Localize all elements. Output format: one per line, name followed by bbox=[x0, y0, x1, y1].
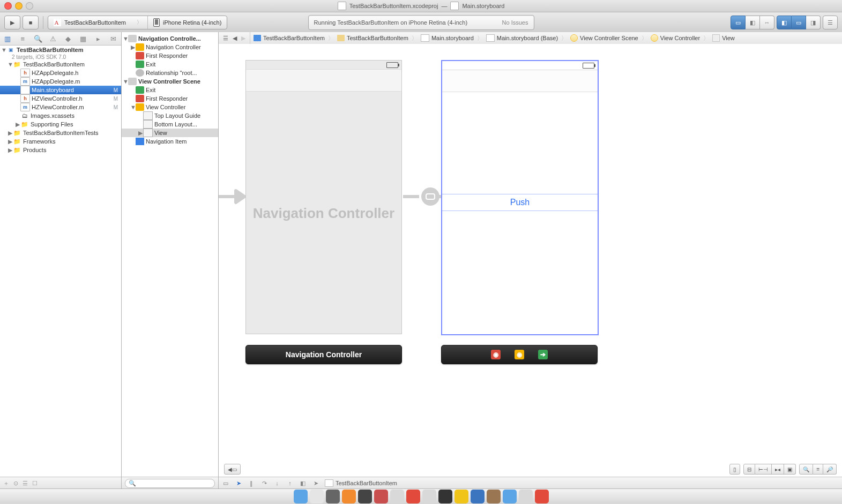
zoom-window-icon[interactable] bbox=[26, 2, 33, 10]
jump-bar-related: ☰ ◀ ▶ bbox=[219, 32, 250, 33]
scheme-target-label: TestBackBarButtonItem bbox=[64, 19, 126, 26]
chevron-right-icon: 〉 bbox=[131, 16, 147, 29]
main-toolbar: ▶ ■ TestBackBarButtonItem 〉 iPhone Retin… bbox=[0, 12, 842, 33]
close-window-icon[interactable] bbox=[4, 2, 12, 10]
assistant-editor-button[interactable]: ◧ bbox=[746, 16, 760, 29]
toolbar-right: ▭ ◧ ↔ ◧ ▭ ◨ ☰ bbox=[731, 16, 838, 29]
simulator-icon bbox=[153, 18, 160, 27]
toolbar-separator bbox=[43, 16, 43, 29]
project-file-icon bbox=[338, 2, 346, 10]
scheme-selector[interactable]: TestBackBarButtonItem 〉 iPhone Retina (4… bbox=[48, 16, 227, 29]
activity-issues-label: No Issues bbox=[502, 19, 528, 26]
version-editor-button[interactable]: ↔ bbox=[760, 16, 774, 29]
activity-status-label: Running TestBackBarButtonItem on iPhone … bbox=[314, 19, 468, 26]
jump-bar-segment[interactable]: TestBackBarButtonItem bbox=[250, 32, 328, 33]
stop-button[interactable]: ■ bbox=[23, 16, 39, 29]
minimize-window-icon[interactable] bbox=[15, 2, 23, 10]
document-outline-panel: ▼Navigation Controlle...▶Navigation Cont… bbox=[122, 32, 219, 33]
jump-bar-segment[interactable]: Main.storyboard (Base) bbox=[483, 32, 561, 33]
navigator-panel: ▥ ≡ 🔍 ⚠ ◆ ▦ ▸ ✉ ▼ ▣ TestBackBarButtonIte… bbox=[0, 32, 122, 33]
scheme-destination[interactable]: iPhone Retina (4-inch) bbox=[147, 16, 227, 29]
editor-mode-segment: ▭ ◧ ↔ bbox=[731, 16, 774, 29]
organizer-button[interactable]: ☰ bbox=[823, 16, 838, 29]
window-title-project: TestBackBarButtonItem.xcodeproj bbox=[349, 3, 438, 9]
traffic-lights bbox=[4, 2, 33, 10]
toggle-debug-button[interactable]: ▭ bbox=[792, 16, 806, 29]
document-outline-tree[interactable]: ▼Navigation Controlle...▶Navigation Cont… bbox=[122, 32, 218, 33]
activity-viewer[interactable]: Running TestBackBarButtonItem on iPhone … bbox=[308, 15, 534, 30]
window-title-divider: — bbox=[441, 3, 447, 9]
jump-bar-segment[interactable]: Main.storyboard bbox=[418, 32, 477, 33]
toggle-navigator-button[interactable]: ◧ bbox=[777, 16, 792, 29]
jump-bar-segment[interactable]: View bbox=[709, 32, 738, 33]
view-panels-segment: ◧ ▭ ◨ bbox=[777, 16, 821, 29]
window-title: TestBackBarButtonItem.xcodeproj — Main.s… bbox=[0, 2, 842, 10]
app-icon bbox=[54, 19, 61, 26]
toggle-utilities-button[interactable]: ◨ bbox=[806, 16, 821, 29]
workspace: ▥ ≡ 🔍 ⚠ ◆ ▦ ▸ ✉ ▼ ▣ TestBackBarButtonIte… bbox=[0, 32, 842, 33]
run-button[interactable]: ▶ bbox=[4, 16, 20, 29]
jump-bar-segment[interactable]: View Controller Scene bbox=[567, 32, 642, 33]
jump-bar-segment[interactable]: View Controller bbox=[647, 32, 703, 33]
jump-bar: ☰ ◀ ▶ TestBackBarButtonItem〉TestBackBarB… bbox=[219, 32, 842, 33]
storyboard-file-icon bbox=[450, 2, 459, 10]
editor-area: ☰ ◀ ▶ TestBackBarButtonItem〉TestBackBarB… bbox=[219, 32, 842, 33]
window-title-file: Main.storyboard bbox=[462, 3, 504, 9]
standard-editor-button[interactable]: ▭ bbox=[731, 16, 746, 29]
navigator-selector-bar: ▥ ≡ 🔍 ⚠ ◆ ▦ ▸ ✉ bbox=[0, 32, 121, 33]
scheme-target[interactable]: TestBackBarButtonItem bbox=[48, 16, 131, 29]
window-titlebar: TestBackBarButtonItem.xcodeproj — Main.s… bbox=[0, 0, 842, 12]
jump-bar-segment[interactable]: TestBackBarButtonItem bbox=[334, 32, 412, 33]
scheme-destination-label: iPhone Retina (4-inch) bbox=[163, 19, 221, 26]
